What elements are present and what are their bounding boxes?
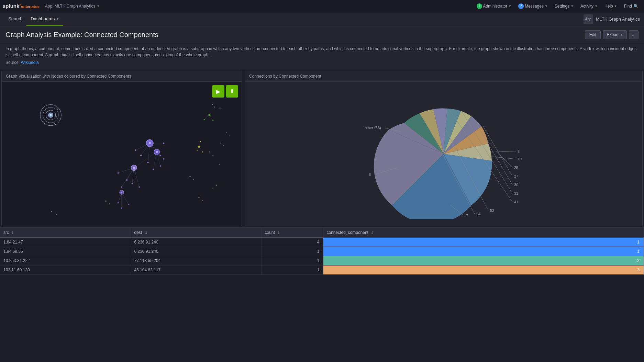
- help-nav-btn[interactable]: Help ▼: [602, 2, 620, 10]
- cell-src: 1.84.21.47: [0, 238, 131, 247]
- sort-cc-icon: ⇕: [371, 231, 374, 235]
- svg-point-81: [226, 132, 227, 133]
- svg-point-34: [121, 192, 122, 193]
- svg-point-6: [57, 109, 58, 110]
- th-count[interactable]: count ⇕: [261, 228, 323, 238]
- admin-nav-btn[interactable]: 1 Administrator ▼: [474, 2, 514, 10]
- cell-cc: 2: [323, 256, 644, 265]
- svg-point-71: [193, 179, 194, 180]
- svg-point-36: [159, 155, 161, 156]
- svg-point-82: [229, 135, 230, 136]
- svg-point-58: [220, 108, 221, 109]
- messages-chevron: ▼: [545, 4, 548, 8]
- messages-nav-btn[interactable]: 2 Messages ▼: [515, 2, 551, 10]
- svg-point-30: [156, 151, 158, 153]
- svg-line-87: [491, 157, 516, 159]
- sub-navbar: Search Dashboards ▼ App MLTK Graph Analy…: [0, 12, 644, 26]
- app-name-label: App: MLTK Graph Analytics: [45, 4, 96, 9]
- data-table: src ⇕ dest ⇕ count ⇕ connected_component…: [0, 228, 644, 275]
- pie-container: other (63) 1 10 25 27 30 31: [245, 82, 642, 226]
- graph-canvas: ▶ ⏸: [2, 82, 242, 226]
- table-area: src ⇕ dest ⇕ count ⇕ connected_component…: [0, 227, 644, 362]
- main-content: Graph Visualization with Nodes coloured …: [0, 69, 644, 362]
- svg-point-74: [216, 184, 217, 186]
- sort-src-icon: ⇕: [11, 231, 14, 235]
- help-label: Help: [604, 4, 613, 9]
- pie-chart-svg: other (63) 1 10 25 27 30 31: [344, 89, 543, 219]
- svg-point-76: [209, 151, 210, 152]
- svg-point-41: [153, 169, 154, 170]
- svg-point-72: [198, 197, 200, 198]
- settings-chevron: ▼: [570, 4, 574, 8]
- svg-point-48: [128, 204, 129, 205]
- svg-point-37: [147, 162, 149, 163]
- pie-panel-title: Connections by Connected Component: [245, 71, 642, 82]
- svg-point-65: [200, 141, 201, 142]
- svg-point-49: [121, 207, 122, 209]
- svg-point-80: [223, 145, 224, 146]
- dashboards-tab[interactable]: Dashboards ▼: [26, 12, 63, 26]
- app-name-nav[interactable]: App: MLTK Graph Analytics ▼: [45, 4, 100, 9]
- svg-line-85: [490, 151, 516, 152]
- search-icon: 🔍: [633, 4, 639, 9]
- messages-badge: 2: [518, 3, 524, 9]
- svg-text:41: 41: [514, 200, 518, 204]
- cell-cc: 1: [323, 247, 644, 256]
- cell-src: 10.253.31.222: [0, 256, 131, 265]
- pie-panel: Connections by Connected Component: [245, 71, 643, 226]
- find-label: Find: [624, 4, 632, 9]
- panels-row: Graph Visualization with Nodes coloured …: [0, 69, 644, 227]
- svg-text:8: 8: [369, 172, 371, 177]
- export-button[interactable]: Export ▼: [603, 30, 627, 39]
- svg-text:25: 25: [514, 166, 518, 170]
- svg-point-42: [163, 158, 165, 160]
- svg-point-77: [212, 155, 213, 156]
- app-icon: App: [584, 14, 593, 24]
- nav-items: 1 Administrator ▼ 2 Messages ▼ Settings …: [474, 2, 641, 10]
- settings-nav-btn[interactable]: Settings ▼: [552, 2, 576, 10]
- svg-text:30: 30: [514, 183, 518, 187]
- svg-point-8: [54, 123, 55, 124]
- source-text: Source: Wikipedia: [5, 60, 639, 65]
- cell-dest: 46.104.83.117: [131, 265, 261, 275]
- svg-point-79: [220, 143, 221, 144]
- description-area: In graph theory, a component, sometimes …: [0, 42, 644, 69]
- svg-point-68: [105, 200, 107, 202]
- svg-point-39: [163, 143, 165, 144]
- svg-point-45: [132, 183, 133, 184]
- app-title-subnav: MLTK Graph Analytics: [596, 16, 640, 22]
- svg-point-62: [198, 146, 200, 148]
- svg-point-63: [202, 151, 203, 152]
- more-button[interactable]: ...: [629, 30, 639, 39]
- pause-button[interactable]: ⏸: [226, 85, 238, 98]
- wikipedia-link[interactable]: Wikipedia: [21, 60, 39, 65]
- th-dest[interactable]: dest ⇕: [131, 228, 261, 238]
- svg-point-50: [118, 202, 119, 204]
- svg-text:64: 64: [476, 212, 480, 216]
- svg-point-54: [212, 120, 213, 121]
- cell-src: 103.11.60.130: [0, 265, 131, 275]
- graph-controls: ▶ ⏸: [212, 85, 238, 98]
- svg-point-46: [138, 186, 140, 188]
- th-src[interactable]: src ⇕: [0, 228, 131, 238]
- svg-point-43: [126, 179, 127, 181]
- svg-point-5: [50, 114, 52, 116]
- svg-point-66: [51, 211, 52, 212]
- edit-button[interactable]: Edit: [585, 30, 601, 39]
- play-button[interactable]: ▶: [212, 85, 224, 98]
- cell-count: 1: [261, 256, 323, 265]
- search-tab[interactable]: Search: [4, 12, 26, 26]
- activity-nav-btn[interactable]: Activity ▼: [578, 2, 600, 10]
- help-chevron: ▼: [614, 4, 617, 8]
- svg-point-35: [140, 155, 142, 156]
- svg-text:10: 10: [518, 157, 522, 161]
- svg-text:1: 1: [518, 149, 520, 153]
- find-nav-btn[interactable]: Find 🔍: [621, 2, 641, 10]
- svg-point-38: [135, 149, 136, 151]
- svg-point-75: [212, 188, 213, 189]
- messages-label: Messages: [525, 4, 544, 9]
- svg-point-55: [204, 119, 205, 120]
- svg-point-28: [149, 142, 151, 144]
- th-connected-component[interactable]: connected_component ⇕: [323, 228, 644, 238]
- description-text: In graph theory, a component, sometimes …: [5, 46, 639, 58]
